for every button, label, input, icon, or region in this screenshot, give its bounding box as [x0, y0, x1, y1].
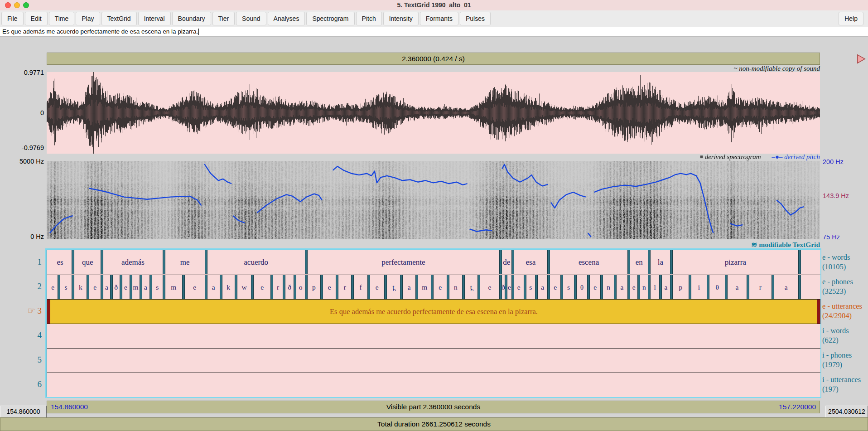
tier-row-3[interactable]: Es que además me acuerdo perfectamente d…	[47, 299, 820, 324]
interval-label[interactable]: en	[629, 250, 649, 275]
menu-analyses[interactable]: Analyses	[268, 12, 305, 25]
interval-label[interactable]: s	[59, 275, 73, 300]
tier-row-2[interactable]: eskeaðemasmeakwerðoperfet̪ament̪eðeesaes…	[47, 275, 820, 299]
play-button[interactable]	[856, 54, 866, 64]
tier-number-2[interactable]: 2	[0, 274, 42, 299]
interval-label[interactable]: que	[73, 250, 102, 275]
visible-part-bar[interactable]: 154.860000 Visible part 2.360000 seconds…	[47, 401, 820, 413]
interval-label[interactable]: k	[73, 275, 88, 300]
selected-boundary[interactable]	[817, 300, 820, 324]
interval-label[interactable]: s	[562, 275, 575, 300]
menu-pulses[interactable]: Pulses	[460, 12, 491, 25]
interval-label[interactable]: m	[164, 275, 183, 300]
interval-label[interactable]: t̪	[463, 275, 479, 300]
interval-label[interactable]: a	[773, 275, 800, 300]
tier-label-2[interactable]: e - phones(32523)	[822, 274, 868, 299]
interval-label[interactable]: e	[588, 275, 602, 300]
menu-formants[interactable]: Formants	[420, 12, 458, 25]
interval-label[interactable]: es	[47, 250, 73, 275]
interval-label[interactable]: me	[164, 250, 206, 275]
interval-label[interactable]: además	[102, 250, 164, 275]
interval-label[interactable]: i	[690, 275, 708, 300]
menu-spectrogram[interactable]: Spectrogram	[306, 12, 354, 25]
tier-number-5[interactable]: 5	[0, 348, 42, 372]
interval-label[interactable]: w	[236, 275, 253, 300]
selected-boundary[interactable]	[47, 300, 50, 324]
interval-label[interactable]: Es que además me acuerdo perfectamente d…	[47, 300, 820, 324]
interval-boundary[interactable]	[798, 250, 801, 274]
interval-label[interactable]: θ	[708, 275, 726, 300]
interval-label[interactable]: k	[221, 275, 236, 300]
tier-row-6[interactable]	[47, 373, 820, 397]
interval-label[interactable]: a	[536, 275, 549, 300]
menu-sound[interactable]: Sound	[236, 12, 266, 25]
tier-label-4[interactable]: i - words(622)	[822, 323, 868, 348]
tier-row-5[interactable]	[47, 348, 820, 373]
spectrogram-canvas[interactable]	[47, 161, 820, 239]
menu-intensity[interactable]: Intensity	[383, 12, 419, 25]
tier-label-name: i - phones	[822, 350, 868, 360]
interval-label[interactable]: e	[252, 275, 272, 300]
interval-label[interactable]: a	[206, 275, 221, 300]
waveform-canvas[interactable]	[47, 72, 820, 154]
tier-number-6[interactable]: 6	[0, 372, 42, 397]
interval-text-field[interactable]: Es que además me acuerdo perfectamente d…	[0, 27, 868, 37]
tier-label-6[interactable]: i - utterances(197)	[822, 372, 868, 397]
interval-label[interactable]: n	[602, 275, 615, 300]
interval-label[interactable]: de	[501, 250, 513, 275]
interval-boundary[interactable]	[798, 275, 801, 299]
menu-interval[interactable]: Interval	[138, 12, 171, 25]
interval-label[interactable]: e	[549, 275, 562, 300]
menu-edit[interactable]: Edit	[25, 12, 48, 25]
menu-tier[interactable]: Tier	[212, 12, 235, 25]
interval-label[interactable]: pizarra	[671, 250, 799, 275]
interval-label[interactable]: a	[615, 275, 629, 300]
interval-label[interactable]: e	[322, 275, 337, 300]
interval-label[interactable]: p	[306, 275, 322, 300]
tier-number-1[interactable]: 1	[0, 250, 42, 274]
tier-row-1[interactable]: esqueademásmeacuerdoperfectamentedeesaes…	[47, 250, 820, 275]
tier-label-3[interactable]: e - utterances(24/2904)	[822, 299, 868, 323]
menu-play[interactable]: Play	[76, 12, 100, 25]
interval-label[interactable]: s	[151, 275, 164, 300]
tier-row-4[interactable]	[47, 324, 820, 348]
interval-label[interactable]: e	[183, 275, 206, 300]
interval-label[interactable]: la	[649, 250, 671, 275]
tier-label-5[interactable]: i - phones(1979)	[822, 348, 868, 372]
visible-window-time-bar[interactable]: 2.360000 (0.424 / s)	[47, 53, 820, 65]
interval-label[interactable]: esa	[513, 250, 549, 275]
spectrogram-panel[interactable]	[47, 161, 820, 239]
interval-label[interactable]: e	[513, 275, 525, 300]
tier-label-count: (622)	[822, 335, 868, 345]
interval-label[interactable]: r	[272, 275, 284, 300]
tier-label-1[interactable]: e - words(10105)	[822, 250, 868, 274]
interval-label[interactable]: a	[726, 275, 748, 300]
interval-label[interactable]: e	[479, 275, 501, 300]
waveform-panel[interactable]	[47, 72, 820, 154]
interval-label[interactable]: f	[352, 275, 369, 300]
menu-pitch[interactable]: Pitch	[356, 12, 382, 25]
interval-label[interactable]: e	[369, 275, 386, 300]
interval-label[interactable]: acuerdo	[206, 250, 306, 275]
menu-time[interactable]: Time	[49, 12, 75, 25]
menu-boundary[interactable]: Boundary	[172, 12, 211, 25]
tier-number-3[interactable]: ☞ 3	[0, 299, 42, 323]
menu-file[interactable]: File	[1, 12, 24, 25]
interval-label[interactable]: t̪	[386, 275, 401, 300]
total-duration-bar[interactable]: Total duration 2661.250612 seconds	[0, 417, 868, 431]
sound-legend: ~ non-modifiable copy of sound	[733, 65, 820, 73]
tier-number-4[interactable]: 4	[0, 323, 42, 348]
interval-label[interactable]: a	[401, 275, 417, 300]
menu-help[interactable]: Help	[839, 12, 863, 25]
interval-label[interactable]: perfectamente	[306, 250, 501, 275]
interval-label[interactable]: escena	[549, 250, 629, 275]
menu-textgrid[interactable]: TextGrid	[101, 12, 137, 25]
interval-label[interactable]: n	[448, 275, 463, 300]
interval-label[interactable]: r	[748, 275, 773, 300]
interval-label[interactable]: θ	[575, 275, 588, 300]
interval-label[interactable]: r	[337, 275, 352, 300]
interval-label[interactable]: m	[417, 275, 432, 300]
interval-label[interactable]: e	[88, 275, 102, 300]
interval-label[interactable]: e	[432, 275, 448, 300]
interval-label[interactable]: p	[671, 275, 690, 300]
